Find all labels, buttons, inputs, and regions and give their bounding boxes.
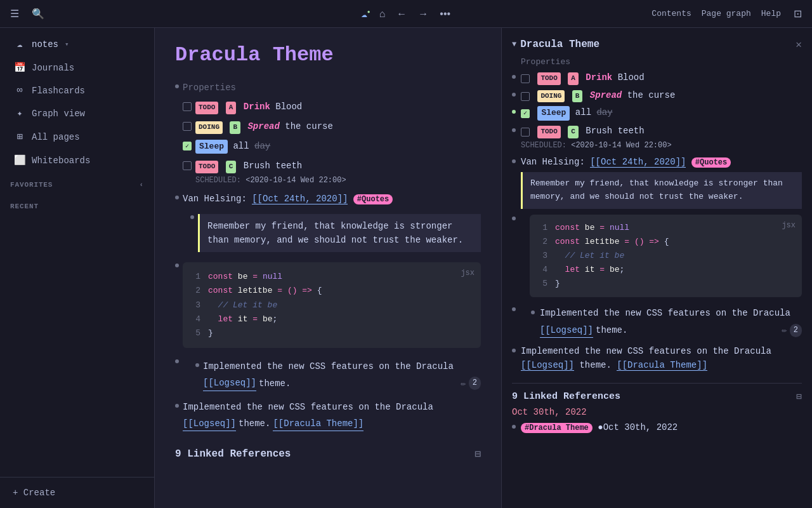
sidebar-item-journals[interactable]: 📅 Journals (4, 57, 150, 79)
sidebar-item-label: Graph view (32, 109, 85, 119)
bullet-item-css-inner: Implemented the new CSS features on the … (195, 358, 481, 392)
sidebar-toggle-icon[interactable]: ⊡ (791, 6, 804, 21)
rp-filter-icon[interactable]: ⊟ (797, 391, 802, 402)
code-lines: 1 const be = null 2 const letitbe = () =… (190, 270, 473, 340)
rp-edit-icon[interactable]: ✏ (782, 323, 787, 337)
recent-label: RECENT (10, 203, 39, 210)
back-icon[interactable]: ← (394, 7, 409, 21)
css-inner-content: Implemented the new CSS features on the … (203, 359, 481, 391)
rp-code-content: jsx 1const be = null 2const letitbe = ()… (521, 212, 802, 300)
favorites-section: FAVORITES ‹ (0, 177, 154, 190)
rp-triangle[interactable]: ▼ (512, 40, 516, 49)
rp-close-button[interactable]: ✕ (796, 38, 802, 51)
search-icon[interactable]: 🔍 (29, 6, 47, 21)
rp-checkbox-brush[interactable] (521, 128, 530, 137)
dracula-theme-link[interactable]: [[Dracula Theme]] (273, 417, 363, 431)
sidebar-workspace[interactable]: ☁ notes ▾ (4, 33, 150, 55)
checkbox-brush[interactable] (183, 161, 192, 170)
more-icon[interactable]: ••• (437, 7, 453, 21)
rp-css-nested: Implemented the new CSS features on the … (531, 306, 802, 338)
rp-priority-b: B (572, 90, 583, 103)
todo-badge: TODO (195, 102, 218, 114)
flashcards-icon: ∞ (14, 85, 25, 96)
css-text: Implemented the new CSS features on the … (203, 359, 454, 373)
bullet-item-sleep: Sleep all day (175, 138, 481, 156)
checkbox-drink[interactable] (183, 102, 192, 111)
bullet-dot-bq (190, 215, 194, 219)
rp-checkbox-sleep[interactable] (521, 109, 530, 118)
rp-css-text: Implemented the new CSS features on the … (540, 306, 790, 320)
drink-keyword: Drink (244, 102, 270, 112)
logseq-link2[interactable]: [[Logseq]] (183, 417, 236, 431)
theme-suffix2: theme. (239, 417, 270, 431)
favorites-collapse-icon[interactable]: ‹ (140, 181, 144, 189)
main-layout: ☁ notes ▾ 📅 Journals ∞ Flashcards ✦ Grap… (0, 28, 812, 508)
bullet-item-properties: Properties (175, 79, 481, 96)
checkbox-spread[interactable] (183, 122, 192, 131)
quotes-tag[interactable]: #Quotes (353, 194, 393, 204)
css-nested: Implemented the new CSS features on the … (195, 358, 481, 392)
rp-quotes-tag[interactable]: #Quotes (691, 157, 731, 168)
rp-checkbox-spread[interactable] (521, 92, 530, 101)
edit-icon[interactable]: ✏ (461, 377, 466, 391)
sidebar-item-label: Journals (32, 63, 74, 73)
rp-brush-content: TODO C Brush teeth SCHEDULED: <2020-10-1… (521, 124, 802, 152)
sleep-text: all (233, 141, 254, 151)
help-link[interactable]: Help (761, 9, 781, 18)
sidebar-bottom: + Create (0, 477, 154, 508)
page-graph-link[interactable]: Page graph (702, 9, 751, 18)
menu-icon[interactable]: ☰ (8, 6, 22, 21)
rp-css2-text: Implemented the new CSS features on the … (521, 346, 771, 356)
filter-icon[interactable]: ⊟ (475, 448, 481, 460)
bullet-item-doing-spread: DOING B Spread the curse (175, 118, 481, 135)
linked-refs-count: 9 Linked References (175, 448, 291, 460)
rp-vh-link[interactable]: [[Oct 24th, 2020]] (590, 157, 686, 168)
sidebar-item-graph-view[interactable]: ✦ Graph view (4, 102, 150, 124)
code-line-5: 5 } (190, 326, 473, 340)
bullet-item-todo-drink: TODO A Drink Blood (175, 98, 481, 116)
rp-count-badge: 2 (790, 324, 802, 337)
rp-linked-refs-count: 9 Linked References (512, 391, 620, 402)
dracula-tag-ref[interactable]: #Dracula Theme (521, 423, 593, 433)
code-line-4: 4 let it = be; (190, 312, 473, 326)
sidebar-item-all-pages[interactable]: ⊞ All pages (4, 126, 150, 148)
topbar: ☰ 🔍 ☁● ⌂ ← → ••• Contents Page graph Hel… (0, 0, 812, 28)
brush-text: Brush teeth (244, 161, 302, 171)
forward-icon[interactable]: → (416, 7, 431, 21)
rp-linked-refs-header: 9 Linked References ⊟ (512, 383, 802, 402)
sidebar-item-label: All pages (32, 132, 80, 142)
rp-logseq-link[interactable]: [[Logseq]] (540, 323, 593, 338)
rp-css-outer: Implemented the new CSS features on the … (512, 303, 802, 341)
sidebar-item-whiteboards[interactable]: ⬜ Whiteboards (4, 149, 150, 171)
logseq-link[interactable]: [[Logseq]] (203, 376, 256, 391)
rp-drink-kw: Drink (586, 72, 612, 83)
vh-content: Van Helsing: [[Oct 24th, 2020]] #Quotes (183, 192, 481, 206)
todo-drink-content: TODO A Drink Blood (195, 100, 481, 114)
priority-a-badge: A (226, 102, 237, 114)
rp-checkbox-drink[interactable] (521, 74, 530, 83)
rp-dot-ref (512, 425, 516, 429)
ref-date[interactable]: Oct 30th, 2022 (512, 407, 802, 417)
home-icon[interactable]: ⌂ (377, 7, 388, 21)
topbar-right: Contents Page graph Help ⊡ (652, 6, 804, 21)
code-line-2: 2 const letitbe = () => { (190, 284, 473, 298)
rp-logseq-link2[interactable]: [[Logseq]] (521, 360, 574, 371)
sidebar-item-flashcards[interactable]: ∞ Flashcards (4, 80, 150, 101)
rp-todo-badge-drink: TODO (537, 72, 560, 85)
sleep-badge: Sleep (195, 140, 228, 154)
rp-sleep-text: all (575, 107, 597, 117)
rp-vh-label: Van Helsing: (521, 157, 590, 167)
contents-link[interactable]: Contents (652, 9, 691, 18)
rp-dot-brush (512, 128, 516, 132)
sleep-content: Sleep all day (195, 139, 481, 154)
bullet-dot-css-inner (195, 363, 199, 367)
checkbox-sleep[interactable] (183, 142, 192, 150)
vh-date-link[interactable]: [[Oct 24th, 2020]] (252, 194, 348, 204)
rp-scheduled: SCHEDULED: <2020-10-14 Wed 22:00> (521, 140, 802, 152)
count-badge: 2 (469, 377, 481, 390)
rp-todo-badge-brush: TODO (537, 126, 560, 138)
rp-dracula-link[interactable]: [[Dracula Theme]] (617, 360, 707, 371)
create-button[interactable]: + Create (5, 483, 149, 503)
bullet-item-code: jsx 1 const be = null 2 const letitbe = … (175, 258, 481, 351)
content-area: Dracula Theme Properties TODO A Drink Bl… (155, 28, 812, 508)
